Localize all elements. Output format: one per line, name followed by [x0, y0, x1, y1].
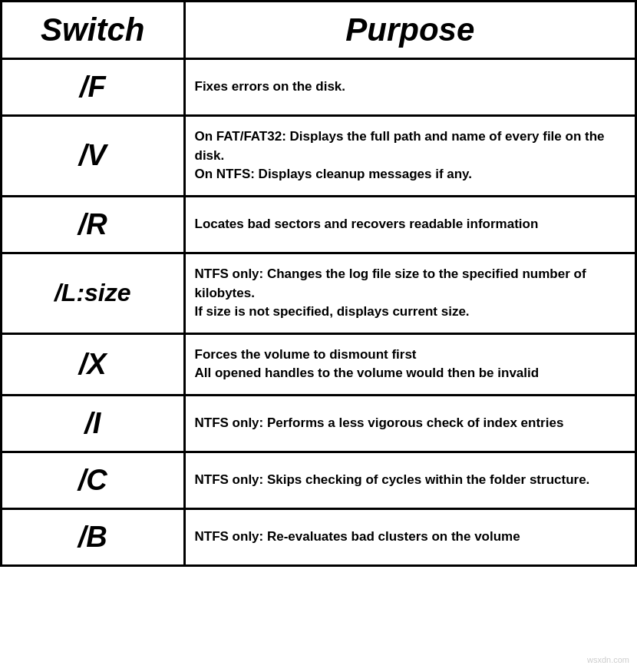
switch-cell: /L:size [2, 253, 184, 333]
header-row: Switch Purpose [2, 2, 635, 59]
chkdsk-table: Switch Purpose /FFixes errors on the dis… [2, 2, 635, 564]
table-row: /INTFS only: Performs a less vigorous ch… [2, 396, 635, 452]
table-row: /L:sizeNTFS only: Changes the log file s… [2, 253, 635, 333]
switch-cell: /X [2, 333, 184, 395]
switch-cell: /V [2, 116, 184, 197]
switch-cell: /F [2, 59, 184, 116]
table-row: /CNTFS only: Skips checking of cycles wi… [2, 452, 635, 509]
purpose-cell: On FAT/FAT32: Displays the full path and… [184, 116, 635, 197]
purpose-cell: Fixes errors on the disk. [184, 59, 635, 116]
table-row: /BNTFS only: Re-evaluates bad clusters o… [2, 509, 635, 565]
table-row: /VOn FAT/FAT32: Displays the full path a… [2, 116, 635, 197]
header-purpose: Purpose [184, 2, 635, 59]
purpose-cell: Locates bad sectors and recovers readabl… [184, 196, 635, 253]
table-row: /XForces the volume to dismount firstAll… [2, 333, 635, 395]
table-row: /RLocates bad sectors and recovers reada… [2, 196, 635, 253]
switch-cell: /I [2, 396, 184, 452]
purpose-cell: NTFS only: Re-evaluates bad clusters on … [184, 509, 635, 565]
purpose-cell: NTFS only: Performs a less vigorous chec… [184, 396, 635, 452]
switch-cell: /B [2, 509, 184, 565]
switch-cell: /C [2, 452, 184, 509]
watermark: wsxdn.com [587, 655, 629, 664]
purpose-cell: Forces the volume to dismount firstAll o… [184, 333, 635, 395]
purpose-cell: NTFS only: Skips checking of cycles with… [184, 452, 635, 509]
table-row: /FFixes errors on the disk. [2, 59, 635, 116]
switch-cell: /R [2, 196, 184, 253]
main-table-container: Switch Purpose /FFixes errors on the dis… [0, 0, 637, 567]
header-switch: Switch [2, 2, 184, 59]
purpose-cell: NTFS only: Changes the log file size to … [184, 253, 635, 333]
